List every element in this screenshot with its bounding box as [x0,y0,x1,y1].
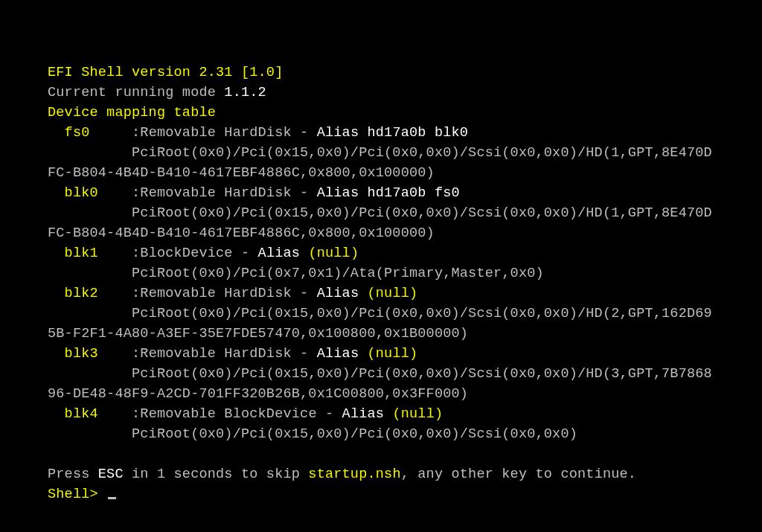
blank-line [48,444,762,464]
device-path-line-cont: 5B-F2F1-4A80-A3EF-35E7FDE57470,0x100800,… [48,324,762,344]
header-line-3: Device mapping table [48,103,762,123]
device-entry-header: blk2 :Removable HardDisk - Alias (null) [48,283,762,304]
device-desc: Removable HardDisk [140,185,291,201]
colon: : [132,185,140,201]
device-path: PciRoot(0x0)/Pci(0x15,0x0)/Pci(0x0,0x0)/… [48,145,712,161]
device-entry-header: blk3 :Removable HardDisk - Alias (null) [48,344,762,364]
device-entry-header: blk1 :BlockDevice - Alias (null) [48,243,762,263]
cursor[interactable] [108,497,116,499]
device-path: PciRoot(0x0)/Pci(0x15,0x0)/Pci(0x0,0x0)/… [48,306,712,321]
shell-prompt[interactable]: Shell> [48,487,106,502]
alias-value: hd17a0b fs0 [368,185,460,201]
device-desc: Removable HardDisk [140,125,291,141]
dash: - [292,286,317,301]
alias-value: (null) [392,406,443,422]
device-desc: Removable BlockDevice [140,406,316,422]
press-suffix: , any other key to continue. [401,467,636,482]
device-path-line: PciRoot(0x0)/Pci(0x7,0x1)/Ata(Primary,Ma… [48,263,762,283]
device-name: blk0 [48,185,132,201]
device-name: blk4 [48,406,132,422]
header-line-2: Current running mode 1.1.2 [48,83,762,103]
device-path: PciRoot(0x0)/Pci(0x15,0x0)/Pci(0x0,0x0)/… [48,205,712,221]
alias-value: (null) [308,246,359,261]
efi-shell-title: EFI Shell version [48,65,199,80]
press-prefix: Press [48,467,98,482]
shell-prompt-line: Shell> [48,484,762,504]
space [300,246,308,261]
device-entry-header: fs0 :Removable HardDisk - Alias hd17a0b … [48,123,762,143]
alias-label: Alias [258,246,301,261]
efi-shell-version-a: 2.31 [199,65,232,80]
space [384,406,392,422]
colon: : [132,125,140,141]
device-entry-header: blk0 :Removable HardDisk - Alias hd17a0b… [48,183,762,203]
alias-label: Alias [317,185,359,201]
device-path-line-cont: FC-B804-4B4D-B410-4617EBF4886C,0x800,0x1… [48,223,762,243]
startup-nsh: startup.nsh [308,467,400,482]
space [359,346,367,362]
esc-key: ESC [98,467,124,482]
device-desc: Removable HardDisk [140,346,291,362]
device-name: blk3 [48,346,132,362]
device-path-cont: FC-B804-4B4D-B410-4617EBF4886C,0x800,0x1… [48,165,435,181]
device-path-line: PciRoot(0x0)/Pci(0x15,0x0)/Pci(0x0,0x0)/… [48,304,762,324]
alias-label: Alias [317,125,359,141]
press-mid: in 1 seconds to skip [124,467,309,482]
blank [48,446,56,462]
device-path-line-cont: FC-B804-4B4D-B410-4617EBF4886C,0x800,0x1… [48,163,762,183]
device-name: blk2 [48,286,132,301]
colon: : [132,246,140,261]
device-name: blk1 [48,246,132,261]
space [359,125,367,141]
colon: : [132,286,140,301]
device-path-line-cont: 96-DE48-48F9-A2CD-701FF320B26B,0x1C00800… [48,384,762,404]
device-path-line: PciRoot(0x0)/Pci(0x15,0x0)/Pci(0x0,0x0)/… [48,203,762,223]
press-esc-line: Press ESC in 1 seconds to skip startup.n… [48,464,762,484]
device-path-cont: 5B-F2F1-4A80-A3EF-35E7FDE57470,0x100800,… [48,326,468,342]
header-line-1: EFI Shell version 2.31 [1.0] [48,63,762,83]
device-path: PciRoot(0x0)/Pci(0x7,0x1)/Ata(Primary,Ma… [48,266,544,281]
space [359,185,367,201]
alias-value: hd17a0b blk0 [368,125,469,141]
alias-label: Alias [317,346,359,362]
device-path: PciRoot(0x0)/Pci(0x15,0x0)/Pci(0x0,0x0)/… [48,426,577,442]
colon: : [132,346,140,362]
device-path: PciRoot(0x0)/Pci(0x15,0x0)/Pci(0x0,0x0)/… [48,366,712,382]
alias-value: (null) [368,346,418,362]
running-mode-label: Current running mode [48,85,224,100]
dash: - [317,406,342,422]
dash: - [292,346,317,362]
device-path-cont: 96-DE48-48F9-A2CD-701FF320B26B,0x1C00800… [48,386,468,402]
space [359,286,367,301]
dash: - [233,246,258,261]
device-name: fs0 [48,125,132,141]
device-mapping-label: Device mapping table [48,105,216,121]
device-desc: Removable HardDisk [140,286,291,301]
device-path-cont: FC-B804-4B4D-B410-4617EBF4886C,0x800,0x1… [48,225,435,241]
alias-label: Alias [342,406,385,422]
alias-label: Alias [317,286,359,301]
dash: - [292,125,317,141]
alias-value: (null) [368,286,418,301]
dash: - [292,185,317,201]
device-path-line: PciRoot(0x0)/Pci(0x15,0x0)/Pci(0x0,0x0)/… [48,424,762,444]
device-path-line: PciRoot(0x0)/Pci(0x15,0x0)/Pci(0x0,0x0)/… [48,143,762,163]
device-path-line: PciRoot(0x0)/Pci(0x15,0x0)/Pci(0x0,0x0)/… [48,364,762,384]
device-desc: BlockDevice [140,246,232,261]
device-entry-header: blk4 :Removable BlockDevice - Alias (nul… [48,404,762,424]
colon: : [132,406,140,422]
running-mode-value: 1.1.2 [224,85,266,100]
efi-shell-version-b: [1.0] [233,65,284,80]
